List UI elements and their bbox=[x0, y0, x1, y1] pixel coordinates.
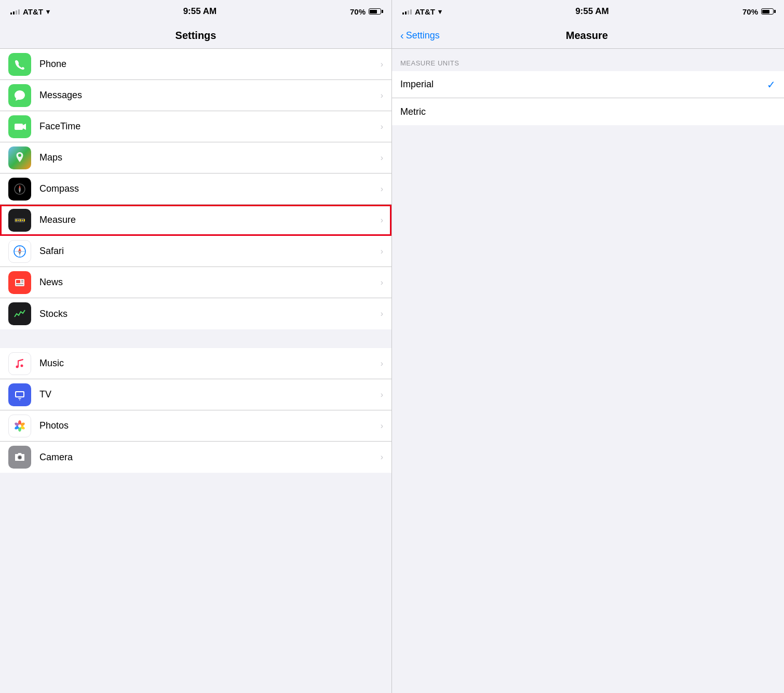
settings-title: Settings bbox=[175, 30, 217, 42]
tv-icon bbox=[8, 383, 31, 406]
svg-rect-9 bbox=[20, 219, 21, 221]
list-item-music[interactable]: Music › bbox=[0, 348, 391, 379]
right-signal-icon bbox=[402, 8, 412, 15]
safari-chevron: › bbox=[381, 247, 383, 256]
compass-icon bbox=[8, 178, 31, 201]
measure-item-imperial[interactable]: Imperial ✓ bbox=[392, 71, 784, 98]
svg-point-22 bbox=[16, 365, 19, 368]
wifi-icon: ▾ bbox=[46, 8, 50, 16]
svg-point-34 bbox=[18, 424, 21, 428]
list-section-1: Phone › Messages › bbox=[0, 49, 391, 329]
svg-marker-4 bbox=[19, 190, 21, 193]
photos-label: Photos bbox=[39, 420, 376, 431]
measure-item-metric[interactable]: Metric bbox=[392, 98, 784, 125]
left-status-right: 70% bbox=[350, 7, 381, 16]
back-chevron-icon: ‹ bbox=[400, 30, 404, 42]
svg-rect-10 bbox=[22, 220, 23, 221]
messages-label: Messages bbox=[39, 90, 376, 101]
svg-rect-8 bbox=[18, 220, 19, 221]
measure-section-header: MEASURE UNITS bbox=[392, 49, 784, 71]
svg-rect-20 bbox=[21, 282, 23, 283]
music-label: Music bbox=[39, 358, 376, 369]
battery-percent-label: 70% bbox=[350, 7, 366, 16]
camera-icon bbox=[8, 446, 31, 469]
compass-label: Compass bbox=[39, 183, 376, 194]
messages-icon bbox=[8, 84, 31, 107]
right-status-left: AT&T ▾ bbox=[402, 7, 442, 16]
svg-rect-27 bbox=[16, 392, 23, 396]
left-panel: AT&T ▾ 9:55 AM 70% Settings Phone bbox=[0, 0, 392, 693]
imperial-label: Imperial bbox=[400, 79, 767, 90]
compass-chevron: › bbox=[381, 184, 383, 194]
tv-chevron: › bbox=[381, 390, 383, 399]
right-battery-percent-label: 70% bbox=[742, 7, 758, 16]
left-nav-title-bar: Settings bbox=[0, 23, 391, 49]
time-label: 9:55 AM bbox=[183, 6, 217, 17]
measure-label: Measure bbox=[39, 215, 376, 225]
news-label: News bbox=[39, 277, 376, 288]
svg-rect-25 bbox=[18, 398, 21, 399]
camera-label: Camera bbox=[39, 452, 376, 463]
right-battery-icon bbox=[761, 8, 774, 15]
camera-chevron: › bbox=[381, 452, 383, 462]
imperial-checkmark: ✓ bbox=[767, 78, 776, 91]
right-panel: AT&T ▾ 9:55 AM 70% ‹ Settings Measure ME… bbox=[392, 0, 784, 693]
list-item-safari[interactable]: Safari › bbox=[0, 236, 391, 267]
right-status-right: 70% bbox=[742, 7, 774, 16]
left-status-left: AT&T ▾ bbox=[10, 7, 50, 16]
photos-icon bbox=[8, 415, 31, 437]
list-item-facetime[interactable]: FaceTime › bbox=[0, 111, 391, 142]
measure-content: MEASURE UNITS Imperial ✓ Metric bbox=[392, 49, 784, 693]
section-separator bbox=[0, 329, 391, 348]
maps-icon bbox=[8, 146, 31, 169]
right-nav-bar: ‹ Settings Measure bbox=[392, 23, 784, 49]
list-item-messages[interactable]: Messages › bbox=[0, 80, 391, 111]
svg-marker-3 bbox=[19, 185, 21, 189]
facetime-icon bbox=[8, 115, 31, 138]
back-button[interactable]: ‹ Settings bbox=[400, 30, 440, 42]
maps-chevron: › bbox=[381, 153, 383, 163]
settings-list: Phone › Messages › bbox=[0, 49, 391, 693]
right-carrier-label: AT&T bbox=[415, 7, 435, 16]
list-section-2: Music › TV › bbox=[0, 348, 391, 473]
stocks-icon bbox=[8, 302, 31, 325]
list-item-phone[interactable]: Phone › bbox=[0, 49, 391, 80]
list-item-photos[interactable]: Photos › bbox=[0, 410, 391, 442]
photos-chevron: › bbox=[381, 421, 383, 431]
music-icon bbox=[8, 352, 31, 375]
right-time-label: 9:55 AM bbox=[575, 6, 609, 17]
measure-chevron: › bbox=[381, 216, 383, 225]
svg-marker-16 bbox=[18, 251, 21, 255]
svg-point-1 bbox=[18, 154, 21, 157]
stocks-label: Stocks bbox=[39, 309, 376, 319]
svg-point-36 bbox=[19, 456, 21, 459]
svg-rect-7 bbox=[16, 219, 17, 221]
facetime-chevron: › bbox=[381, 122, 383, 131]
stocks-chevron: › bbox=[381, 309, 383, 318]
phone-icon bbox=[8, 53, 31, 76]
svg-rect-26 bbox=[19, 399, 20, 401]
back-label: Settings bbox=[406, 30, 440, 41]
list-item-tv[interactable]: TV › bbox=[0, 379, 391, 410]
phone-chevron: › bbox=[381, 60, 383, 69]
list-item-camera[interactable]: Camera › bbox=[0, 442, 391, 473]
messages-chevron: › bbox=[381, 91, 383, 100]
list-item-news[interactable]: News › bbox=[0, 267, 391, 298]
svg-marker-15 bbox=[18, 248, 21, 251]
list-item-compass[interactable]: Compass › bbox=[0, 174, 391, 205]
right-status-bar: AT&T ▾ 9:55 AM 70% bbox=[392, 0, 784, 23]
measure-page-title: Measure bbox=[440, 30, 734, 42]
right-wifi-icon: ▾ bbox=[438, 8, 442, 16]
left-status-bar: AT&T ▾ 9:55 AM 70% bbox=[0, 0, 391, 23]
svg-point-23 bbox=[21, 364, 23, 367]
svg-rect-18 bbox=[16, 280, 20, 283]
news-icon bbox=[8, 271, 31, 294]
news-chevron: › bbox=[381, 278, 383, 287]
signal-icon bbox=[10, 8, 20, 15]
list-item-maps[interactable]: Maps › bbox=[0, 142, 391, 174]
list-item-stocks[interactable]: Stocks › bbox=[0, 298, 391, 329]
svg-rect-11 bbox=[24, 219, 25, 221]
svg-point-5 bbox=[19, 188, 21, 190]
list-item-measure[interactable]: Measure › bbox=[0, 205, 391, 236]
measure-icon bbox=[8, 209, 31, 232]
